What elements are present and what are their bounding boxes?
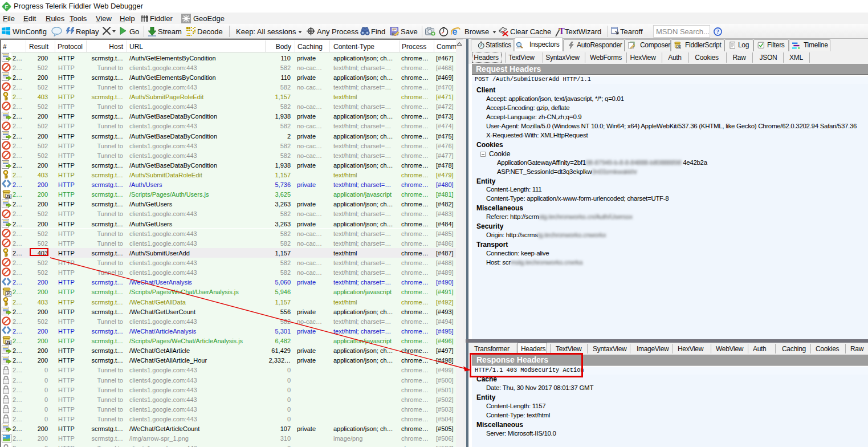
svg-text:F: F (5, 3, 9, 10)
svg-text:JS: JS (6, 292, 11, 296)
svg-text:JS: JS (6, 340, 11, 344)
svg-text:?: ? (716, 29, 719, 35)
svg-text:JS: JS (6, 194, 11, 198)
svg-text:JS: JS (677, 46, 680, 48)
